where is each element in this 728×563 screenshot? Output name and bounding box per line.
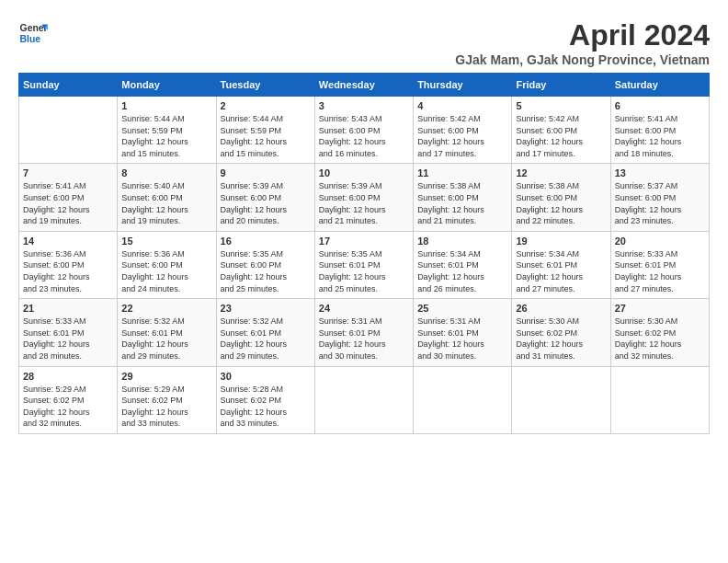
calendar-cell	[610, 366, 709, 433]
day-info: Sunrise: 5:28 AM Sunset: 6:02 PM Dayligh…	[221, 384, 311, 430]
day-number: 26	[516, 303, 606, 314]
day-number: 5	[516, 100, 606, 111]
weekday-header-row: SundayMondayTuesdayWednesdayThursdayFrid…	[19, 74, 710, 97]
calendar-cell: 21Sunrise: 5:33 AM Sunset: 6:01 PM Dayli…	[19, 299, 118, 366]
calendar-cell: 1Sunrise: 5:44 AM Sunset: 5:59 PM Daylig…	[118, 97, 216, 164]
calendar-cell	[512, 366, 610, 433]
calendar-cell: 17Sunrise: 5:35 AM Sunset: 6:01 PM Dayli…	[314, 231, 413, 298]
day-info: Sunrise: 5:31 AM Sunset: 6:01 PM Dayligh…	[319, 316, 409, 362]
logo-icon: General Blue	[18, 18, 48, 48]
day-number: 21	[23, 303, 113, 314]
day-number: 10	[319, 167, 409, 178]
day-info: Sunrise: 5:44 AM Sunset: 5:59 PM Dayligh…	[121, 113, 211, 159]
page-header: General Blue April 2024 GJak Mam, GJak N…	[18, 18, 710, 67]
day-number: 18	[417, 236, 507, 247]
title-area: April 2024 GJak Mam, GJak Nong Province,…	[455, 18, 710, 67]
day-info: Sunrise: 5:44 AM Sunset: 5:59 PM Dayligh…	[221, 113, 311, 159]
weekday-header-tuesday: Tuesday	[216, 74, 314, 97]
day-info: Sunrise: 5:31 AM Sunset: 6:01 PM Dayligh…	[417, 316, 507, 362]
weekday-header-friday: Friday	[512, 74, 610, 97]
calendar-cell: 26Sunrise: 5:30 AM Sunset: 6:02 PM Dayli…	[512, 299, 610, 366]
day-info: Sunrise: 5:33 AM Sunset: 6:01 PM Dayligh…	[615, 248, 705, 294]
svg-text:Blue: Blue	[20, 34, 41, 44]
day-info: Sunrise: 5:39 AM Sunset: 6:00 PM Dayligh…	[221, 180, 311, 226]
calendar-cell: 13Sunrise: 5:37 AM Sunset: 6:00 PM Dayli…	[610, 164, 709, 231]
calendar-cell: 18Sunrise: 5:34 AM Sunset: 6:01 PM Dayli…	[414, 231, 512, 298]
weekday-header-sunday: Sunday	[19, 74, 118, 97]
day-info: Sunrise: 5:38 AM Sunset: 6:00 PM Dayligh…	[516, 180, 606, 226]
day-number: 3	[319, 100, 409, 111]
calendar-cell: 5Sunrise: 5:42 AM Sunset: 6:00 PM Daylig…	[512, 97, 610, 164]
day-info: Sunrise: 5:41 AM Sunset: 6:00 PM Dayligh…	[23, 180, 113, 226]
day-info: Sunrise: 5:30 AM Sunset: 6:02 PM Dayligh…	[516, 316, 606, 362]
day-info: Sunrise: 5:41 AM Sunset: 6:00 PM Dayligh…	[615, 113, 705, 159]
location-subtitle: GJak Mam, GJak Nong Province, Vietnam	[455, 52, 710, 67]
day-info: Sunrise: 5:35 AM Sunset: 6:01 PM Dayligh…	[319, 248, 409, 294]
weekday-header-monday: Monday	[118, 74, 216, 97]
day-number: 27	[615, 303, 705, 314]
calendar-cell: 3Sunrise: 5:43 AM Sunset: 6:00 PM Daylig…	[314, 97, 413, 164]
day-info: Sunrise: 5:36 AM Sunset: 6:00 PM Dayligh…	[23, 248, 113, 294]
calendar-week-2: 7Sunrise: 5:41 AM Sunset: 6:00 PM Daylig…	[19, 164, 710, 231]
day-number: 28	[23, 371, 113, 382]
day-number: 14	[23, 236, 113, 247]
day-info: Sunrise: 5:32 AM Sunset: 6:01 PM Dayligh…	[121, 316, 211, 362]
calendar-cell	[414, 366, 512, 433]
day-number: 15	[121, 236, 211, 247]
calendar-week-5: 28Sunrise: 5:29 AM Sunset: 6:02 PM Dayli…	[19, 366, 710, 433]
day-info: Sunrise: 5:37 AM Sunset: 6:00 PM Dayligh…	[615, 180, 705, 226]
calendar-cell: 12Sunrise: 5:38 AM Sunset: 6:00 PM Dayli…	[512, 164, 610, 231]
day-number: 1	[121, 100, 211, 111]
day-number: 7	[23, 167, 113, 178]
day-info: Sunrise: 5:36 AM Sunset: 6:00 PM Dayligh…	[121, 248, 211, 294]
day-info: Sunrise: 5:35 AM Sunset: 6:00 PM Dayligh…	[221, 248, 311, 294]
day-number: 25	[417, 303, 507, 314]
calendar-cell: 15Sunrise: 5:36 AM Sunset: 6:00 PM Dayli…	[118, 231, 216, 298]
day-info: Sunrise: 5:29 AM Sunset: 6:02 PM Dayligh…	[23, 384, 113, 430]
day-info: Sunrise: 5:34 AM Sunset: 6:01 PM Dayligh…	[417, 248, 507, 294]
day-number: 29	[121, 371, 211, 382]
weekday-header-thursday: Thursday	[414, 74, 512, 97]
calendar-cell: 16Sunrise: 5:35 AM Sunset: 6:00 PM Dayli…	[216, 231, 314, 298]
calendar-cell: 14Sunrise: 5:36 AM Sunset: 6:00 PM Dayli…	[19, 231, 118, 298]
day-number: 20	[615, 236, 705, 247]
day-number: 17	[319, 236, 409, 247]
calendar-cell: 6Sunrise: 5:41 AM Sunset: 6:00 PM Daylig…	[610, 97, 709, 164]
calendar-week-3: 14Sunrise: 5:36 AM Sunset: 6:00 PM Dayli…	[19, 231, 710, 298]
calendar-cell: 8Sunrise: 5:40 AM Sunset: 6:00 PM Daylig…	[118, 164, 216, 231]
day-number: 6	[615, 100, 705, 111]
day-number: 13	[615, 167, 705, 178]
calendar-cell: 2Sunrise: 5:44 AM Sunset: 5:59 PM Daylig…	[216, 97, 314, 164]
calendar-week-1: 1Sunrise: 5:44 AM Sunset: 5:59 PM Daylig…	[19, 97, 710, 164]
logo: General Blue	[18, 18, 48, 48]
calendar-cell: 24Sunrise: 5:31 AM Sunset: 6:01 PM Dayli…	[314, 299, 413, 366]
day-number: 19	[516, 236, 606, 247]
calendar-cell: 28Sunrise: 5:29 AM Sunset: 6:02 PM Dayli…	[19, 366, 118, 433]
calendar-cell: 23Sunrise: 5:32 AM Sunset: 6:01 PM Dayli…	[216, 299, 314, 366]
day-number: 30	[221, 371, 311, 382]
day-number: 8	[121, 167, 211, 178]
weekday-header-wednesday: Wednesday	[314, 74, 413, 97]
weekday-header-saturday: Saturday	[610, 74, 709, 97]
calendar-cell: 4Sunrise: 5:42 AM Sunset: 6:00 PM Daylig…	[414, 97, 512, 164]
calendar-table: SundayMondayTuesdayWednesdayThursdayFrid…	[18, 73, 710, 434]
day-number: 4	[417, 100, 507, 111]
day-number: 24	[319, 303, 409, 314]
calendar-week-4: 21Sunrise: 5:33 AM Sunset: 6:01 PM Dayli…	[19, 299, 710, 366]
calendar-cell: 7Sunrise: 5:41 AM Sunset: 6:00 PM Daylig…	[19, 164, 118, 231]
day-info: Sunrise: 5:43 AM Sunset: 6:00 PM Dayligh…	[319, 113, 409, 159]
day-number: 23	[221, 303, 311, 314]
month-title: April 2024	[455, 18, 710, 52]
calendar-cell: 30Sunrise: 5:28 AM Sunset: 6:02 PM Dayli…	[216, 366, 314, 433]
day-info: Sunrise: 5:33 AM Sunset: 6:01 PM Dayligh…	[23, 316, 113, 362]
calendar-cell	[314, 366, 413, 433]
day-number: 12	[516, 167, 606, 178]
day-info: Sunrise: 5:32 AM Sunset: 6:01 PM Dayligh…	[221, 316, 311, 362]
calendar-cell: 22Sunrise: 5:32 AM Sunset: 6:01 PM Dayli…	[118, 299, 216, 366]
day-info: Sunrise: 5:29 AM Sunset: 6:02 PM Dayligh…	[121, 384, 211, 430]
day-number: 9	[221, 167, 311, 178]
calendar-cell: 29Sunrise: 5:29 AM Sunset: 6:02 PM Dayli…	[118, 366, 216, 433]
day-info: Sunrise: 5:42 AM Sunset: 6:00 PM Dayligh…	[417, 113, 507, 159]
calendar-cell: 11Sunrise: 5:38 AM Sunset: 6:00 PM Dayli…	[414, 164, 512, 231]
day-info: Sunrise: 5:30 AM Sunset: 6:02 PM Dayligh…	[615, 316, 705, 362]
